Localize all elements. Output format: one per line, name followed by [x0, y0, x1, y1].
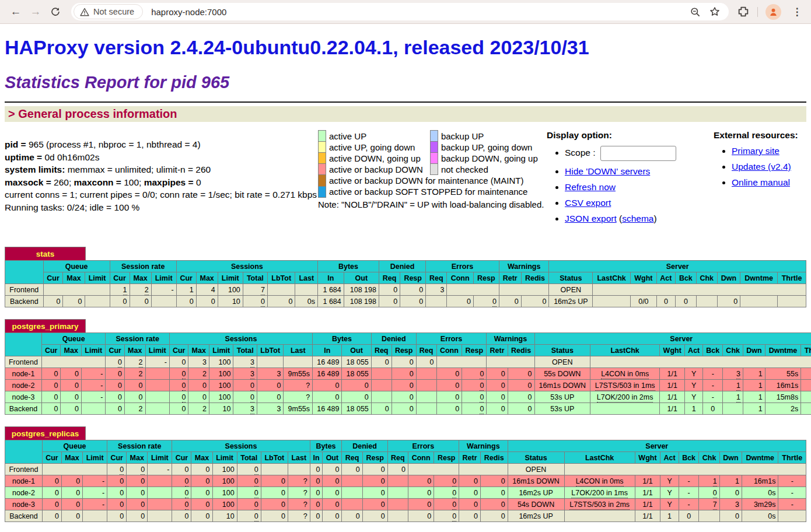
column-header: Resp [473, 272, 499, 284]
cell: 0 [387, 464, 408, 475]
forward-button[interactable]: → [26, 2, 46, 22]
column-header: LastChk [590, 345, 660, 356]
cell [342, 487, 362, 499]
page-zoom-icon[interactable] [690, 6, 701, 18]
cell: - [82, 391, 106, 403]
cell: 0 [176, 296, 196, 307]
column-header: Limit [83, 452, 107, 464]
cell: 0 [63, 296, 85, 307]
row-name: Backend [5, 296, 44, 307]
link[interactable]: Refresh now [565, 182, 616, 192]
cell: OPEN [549, 284, 593, 296]
table-row: node-200-000010000?000000016m1s DOWNL7ST… [5, 380, 811, 391]
cell [267, 284, 295, 296]
cell: 3 [188, 356, 209, 368]
cell: 53s UP [534, 391, 590, 403]
proxy-name: stats [5, 247, 86, 260]
cell: 0 [191, 499, 212, 510]
cell: 0 [237, 510, 261, 522]
cell: 16m1s [742, 475, 778, 487]
group-header: Session rate [107, 440, 172, 452]
cell: 0 [191, 464, 212, 475]
column-header: Conn [447, 272, 473, 284]
cell: 1 [685, 403, 703, 415]
group-header: Server [549, 261, 806, 272]
legend-label: backup UP, going down [438, 142, 544, 153]
column-header: Dwn [719, 452, 742, 464]
cell: 0 [61, 391, 82, 403]
link[interactable]: CSV export [565, 198, 611, 208]
cell: 2 [124, 403, 145, 415]
row-name: node-2 [5, 380, 42, 391]
link[interactable]: Updates (v2.4) [732, 162, 791, 172]
column-header: Act [656, 272, 675, 284]
column-header: Max [61, 345, 82, 356]
scope-input[interactable] [600, 146, 676, 161]
browser-toolbar: ← → Not secure haproxy-node:7000 ⋮ [0, 0, 811, 24]
not-secure-chip[interactable]: Not secure [74, 4, 143, 19]
link[interactable]: schema [622, 214, 653, 223]
external-resources: External resources: Primary siteUpdates … [714, 130, 806, 193]
extensions-icon[interactable] [737, 5, 750, 18]
link[interactable]: Online manual [732, 177, 790, 187]
back-button[interactable]: ← [6, 2, 26, 22]
stats-table: QueueSession rateSessionsBytesDeniedErro… [5, 440, 806, 522]
url-bar[interactable]: Not secure haproxy-node:7000 [71, 3, 729, 20]
group-header: Bytes [313, 333, 372, 345]
corner-header [5, 333, 42, 356]
cell: - [83, 487, 107, 499]
info-line: maxsock = 260; maxconn = 100; maxpipes =… [5, 176, 318, 189]
cell: 108 198 [344, 296, 379, 307]
cell: - [151, 284, 176, 296]
proxy-tables: statsQueueSession rateSessionsBytesDenie… [5, 247, 806, 522]
row-name: node-3 [5, 499, 43, 510]
cell [148, 475, 172, 487]
cell: 55s [765, 368, 800, 380]
cell: 3 [723, 368, 743, 380]
row-name: Backend [5, 510, 43, 522]
cell: 0 [508, 380, 534, 391]
menu-kebab-icon[interactable]: ⋮ [789, 6, 805, 18]
cell: 0 [480, 499, 508, 510]
cell: 0 [342, 464, 362, 475]
profile-avatar[interactable] [765, 4, 781, 20]
group-header: Sessions [169, 333, 312, 345]
link[interactable]: Hide 'DOWN' servers [565, 166, 650, 176]
cell [387, 475, 408, 487]
display-options-list: Scope : [547, 146, 714, 161]
cell: L7STS/503 in 1ms [590, 380, 660, 391]
group-header: Server [534, 333, 811, 345]
cell: 1/1 [635, 487, 660, 499]
legend-swatch [319, 186, 326, 197]
cell: 0 [127, 475, 148, 487]
cell: 16 489 [313, 403, 342, 415]
cell: 0 [41, 391, 61, 403]
cell [85, 296, 110, 307]
cell: 1 [743, 380, 765, 391]
cell: 0 [473, 296, 499, 307]
cell: 0 [487, 368, 508, 380]
cell: OPEN [534, 356, 590, 368]
cell [564, 510, 635, 522]
cell [590, 403, 660, 415]
cell [696, 296, 717, 307]
link[interactable]: Primary site [732, 146, 779, 156]
cell: 0 [42, 499, 61, 510]
cell: 0 [459, 487, 481, 499]
cell: 1 [719, 475, 742, 487]
cell: 9m55s [284, 368, 313, 380]
cell: 0 [508, 391, 534, 403]
reload-button[interactable] [46, 2, 65, 22]
column-header: Cur [41, 345, 61, 356]
cell: 0 [61, 380, 82, 391]
cell [42, 464, 107, 475]
cell: OPEN [508, 464, 564, 475]
column-header: Req [387, 452, 408, 464]
column-header: Dwntme [765, 345, 800, 356]
bookmark-star-icon[interactable] [709, 6, 721, 18]
cell: 3 [233, 403, 257, 415]
stats-table: QueueSession rateSessionsBytesDeniedErro… [5, 260, 806, 307]
link[interactable]: JSON export [565, 214, 617, 223]
column-header: Cur [107, 452, 127, 464]
row-name: node-1 [5, 475, 43, 487]
